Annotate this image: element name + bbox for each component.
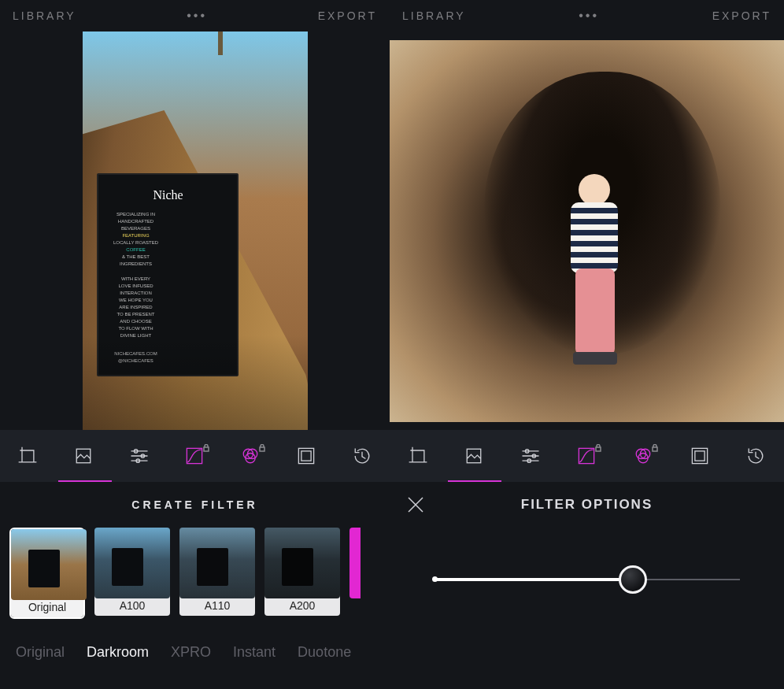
color-tool[interactable] <box>630 443 656 469</box>
filter-thumb-image <box>264 528 340 598</box>
slider-container <box>390 528 784 689</box>
crop-tool[interactable] <box>14 443 41 469</box>
svg-rect-9 <box>260 447 264 451</box>
filter-thumb-image <box>94 528 170 598</box>
category-duotone[interactable]: Duotone <box>298 644 351 661</box>
filter-thumb-image <box>179 528 255 598</box>
topbar: LIBRARY ••• EXPORT <box>0 0 390 31</box>
close-button[interactable] <box>405 495 426 515</box>
filter-options-header: FILTER OPTIONS <box>390 482 784 528</box>
crop-tool[interactable] <box>405 443 431 469</box>
filter-categories: Original Darkroom XPRO Instant Duotone <box>0 628 390 676</box>
filter-options-section: FILTER OPTIONS <box>390 482 784 689</box>
image-canvas[interactable]: Niche SPECIALIZING IN HANDCRAFTED BEVERA… <box>0 31 390 430</box>
editor-pane-left: LIBRARY ••• EXPORT Niche SPECIALIZING IN… <box>0 0 390 689</box>
edited-photo: Niche SPECIALIZING IN HANDCRAFTED BEVERA… <box>83 31 308 430</box>
category-darkroom[interactable]: Darkroom <box>87 644 149 661</box>
create-filter-button[interactable]: CREATE FILTER <box>0 482 390 528</box>
lock-icon <box>651 441 659 449</box>
sliders-icon <box>128 445 150 467</box>
filter-thumbnails[interactable]: Original A100 A110 A200 <box>0 528 390 628</box>
filter-thumb-original[interactable]: Original <box>9 528 85 619</box>
lock-icon <box>202 441 210 449</box>
svg-rect-21 <box>653 447 657 451</box>
lock-icon <box>594 441 602 449</box>
history-tool[interactable] <box>742 443 769 469</box>
more-button[interactable]: ••• <box>187 9 207 23</box>
edited-photo <box>390 40 784 422</box>
intensity-slider[interactable] <box>435 564 740 595</box>
photo-palm-tree <box>185 31 256 55</box>
sliders-icon <box>520 445 542 467</box>
filter-thumb-next[interactable] <box>349 528 361 598</box>
lock-icon <box>258 441 266 449</box>
filter-thumb-a200[interactable]: A200 <box>264 528 340 616</box>
slider-knob[interactable] <box>619 565 647 594</box>
history-icon <box>351 445 373 467</box>
image-canvas[interactable] <box>390 31 784 430</box>
filter-section: CREATE FILTER Original A100 A110 A200 <box>0 482 390 689</box>
export-button[interactable]: EXPORT <box>712 9 771 22</box>
svg-rect-11 <box>301 451 311 461</box>
border-tool[interactable] <box>686 443 713 469</box>
category-instant[interactable]: Instant <box>233 644 276 661</box>
history-icon <box>745 445 767 467</box>
frame-icon <box>72 445 94 467</box>
color-tool[interactable] <box>237 443 264 469</box>
category-original[interactable]: Original <box>16 644 65 661</box>
filter-thumb-a100[interactable]: A100 <box>94 528 170 616</box>
adjust-tool[interactable] <box>517 443 544 469</box>
border-tool[interactable] <box>293 443 320 469</box>
library-button[interactable]: LIBRARY <box>13 9 76 22</box>
tool-toolbar <box>390 430 784 482</box>
filter-thumb-image <box>11 529 87 600</box>
crop-icon <box>17 445 39 467</box>
history-tool[interactable] <box>349 443 375 469</box>
border-icon <box>689 445 711 467</box>
topbar: LIBRARY ••• EXPORT <box>390 0 784 31</box>
frame-tool[interactable] <box>460 443 487 469</box>
editor-pane-right: LIBRARY ••• EXPORT <box>390 0 784 689</box>
filter-thumb-a110[interactable]: A110 <box>179 528 255 616</box>
photo-sign-logo: Niche <box>153 186 183 205</box>
filter-thumb-image <box>349 528 361 598</box>
svg-rect-5 <box>204 447 209 451</box>
active-tool-underline <box>58 480 112 482</box>
photo-child <box>563 174 626 371</box>
curves-tool[interactable] <box>573 443 600 469</box>
export-button[interactable]: EXPORT <box>318 9 377 22</box>
close-icon <box>405 495 426 515</box>
svg-rect-17 <box>596 447 601 451</box>
crop-icon <box>407 445 429 467</box>
category-xpro[interactable]: XPRO <box>171 644 211 661</box>
more-button[interactable]: ••• <box>579 9 599 23</box>
filter-options-title: FILTER OPTIONS <box>521 497 653 513</box>
svg-rect-23 <box>694 451 704 461</box>
border-icon <box>295 445 317 467</box>
frame-icon <box>463 445 485 467</box>
frame-tool[interactable] <box>70 443 97 469</box>
library-button[interactable]: LIBRARY <box>402 9 466 22</box>
adjust-tool[interactable] <box>126 443 153 469</box>
tool-toolbar <box>0 430 390 482</box>
slider-fill <box>435 578 633 581</box>
curves-tool[interactable] <box>181 443 208 469</box>
